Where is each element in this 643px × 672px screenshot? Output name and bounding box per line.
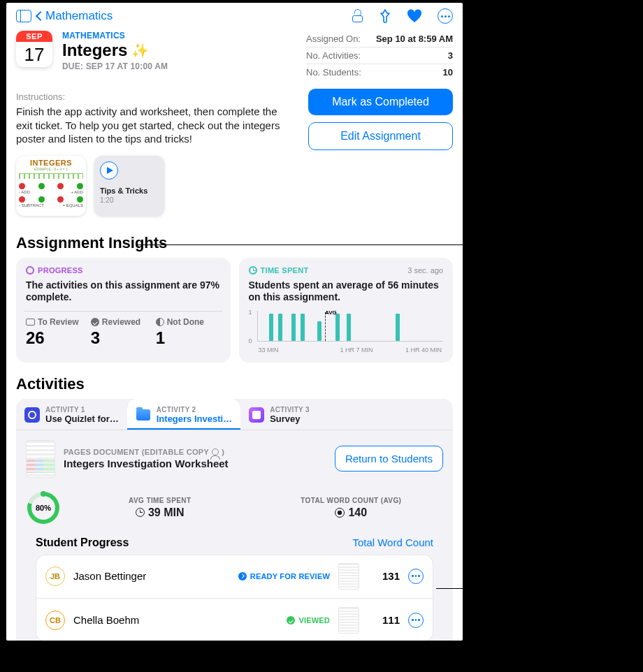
reviewed-value: 3 xyxy=(91,328,156,348)
checkmark-icon xyxy=(91,318,99,326)
title-text: Integers xyxy=(62,41,127,60)
not-done-value: 1 xyxy=(156,328,221,348)
mark-completed-button[interactable]: Mark as Completed xyxy=(308,89,453,115)
x-max: 1 HR 40 MIN xyxy=(405,346,442,353)
calendar-icon: SEP 17 xyxy=(16,31,52,67)
not-done-icon xyxy=(156,318,164,326)
attachment-poster[interactable]: INTEGERS EXAMPLE: -3 + 4 = 1 - ADD+ ADD … xyxy=(16,156,86,216)
row-more-button[interactable] xyxy=(408,569,424,584)
tab2-title: Integers Investi… xyxy=(157,414,232,424)
time-spent-card[interactable]: 3 sec. ago TIME SPENT Students spent an … xyxy=(239,258,454,363)
meta-assigned-value: Sep 10 at 8:59 AM xyxy=(376,34,453,44)
document-title: Integers Investigation Worksheet xyxy=(64,458,326,469)
not-done-label: Not Done xyxy=(167,317,204,327)
tab3-title: Survey xyxy=(270,414,310,424)
edit-assignment-button[interactable]: Edit Assignment xyxy=(308,122,453,150)
y-max: 1 xyxy=(249,309,252,316)
sidebar-toggle-icon[interactable] xyxy=(16,10,31,22)
clock-icon xyxy=(249,266,257,275)
total-word-count-link[interactable]: Total Word Count xyxy=(352,536,433,548)
wordcount-value: 140 xyxy=(348,506,367,519)
document-kicker: PAGES DOCUMENT (EDITABLE COPY ) xyxy=(64,448,326,456)
back-button[interactable]: Mathematics xyxy=(37,9,113,23)
activities-heading: Activities xyxy=(16,375,453,393)
assignment-meta: Assigned On:Sep 10 at 8:59 AM No. Activi… xyxy=(306,31,453,80)
avg-label: AVG xyxy=(325,309,337,316)
row-more-button[interactable] xyxy=(408,613,424,628)
meta-activities-label: No. Activities: xyxy=(306,50,361,61)
time-badge: TIME SPENT xyxy=(249,266,408,275)
tab-activity-3[interactable]: ACTIVITY 3Survey xyxy=(240,399,318,430)
progress-badge: PROGRESS xyxy=(26,266,221,275)
quizlet-icon xyxy=(24,407,40,423)
target-icon xyxy=(26,266,34,275)
progress-card[interactable]: PROGRESS The activities on this assignme… xyxy=(16,258,231,363)
avatar: CB xyxy=(45,611,65,630)
meta-assigned-label: Assigned On: xyxy=(306,34,361,44)
tab1-kicker: ACTIVITY 1 xyxy=(45,406,119,414)
activity-tabs: ACTIVITY 1Use Quizlet for… ACTIVITY 2Int… xyxy=(16,399,453,430)
more-icon[interactable] xyxy=(438,8,453,24)
meta-students-label: No. Students: xyxy=(306,67,361,78)
student-progress-heading: Student Progress xyxy=(36,536,129,549)
student-name: Chella Boehm xyxy=(73,614,278,626)
rosette-icon xyxy=(335,508,345,518)
word-count: 111 xyxy=(368,614,400,626)
insights-heading: Assignment Insights xyxy=(16,234,453,252)
to-review-value: 26 xyxy=(26,328,91,348)
subject-eyebrow: MATHEMATICS xyxy=(62,31,296,41)
inbox-icon xyxy=(26,319,35,326)
ring-percent: 80% xyxy=(27,492,59,524)
progress-headline: The activities on this assignment are 97… xyxy=(26,279,221,304)
return-to-students-button[interactable]: Return to Students xyxy=(335,446,443,472)
progress-ring: 80% xyxy=(27,492,59,524)
lock-open-icon[interactable] xyxy=(352,10,363,22)
wordcount-label: TOTAL WORD COUNT (AVG) xyxy=(261,497,442,504)
tab-activity-2[interactable]: ACTIVITY 2Integers Investi… xyxy=(127,399,240,430)
time-chart: 1 0 AVG 33 MIN xyxy=(249,311,444,351)
y-min: 0 xyxy=(249,337,252,344)
play-icon[interactable] xyxy=(100,161,118,180)
folder-icon xyxy=(136,407,151,423)
student-row[interactable]: JB Jason Bettinger READY FOR REVIEW 131 xyxy=(36,555,433,599)
assignment-title: Integers ✨ xyxy=(62,41,296,60)
viewed-icon xyxy=(287,616,295,624)
word-count: 131 xyxy=(368,570,400,582)
document-thumbnail[interactable] xyxy=(26,440,55,478)
to-review-label: To Review xyxy=(38,317,78,327)
tab3-kicker: ACTIVITY 3 xyxy=(270,406,310,414)
tab1-title: Use Quizlet for… xyxy=(45,414,119,424)
poster-title: INTEGERS xyxy=(19,159,83,167)
submission-thumbnail[interactable] xyxy=(338,607,359,634)
student-progress-list: JB Jason Bettinger READY FOR REVIEW 131 … xyxy=(36,555,433,641)
student-row[interactable]: CB Chella Boehm VIEWED 111 xyxy=(36,599,433,641)
back-label: Mathematics xyxy=(45,9,113,23)
audio-duration: 1:20 xyxy=(100,196,159,204)
favorite-icon[interactable] xyxy=(407,9,422,23)
audio-title: Tips & Tricks xyxy=(100,187,159,195)
student-name: Jason Bettinger xyxy=(73,570,230,582)
time-badge-text: TIME SPENT xyxy=(261,266,309,275)
chevron-left-icon xyxy=(36,11,45,21)
avg-time-value: 39 MIN xyxy=(148,506,185,519)
tab-activity-1[interactable]: ACTIVITY 1Use Quizlet for… xyxy=(16,399,127,430)
progress-badge-text: PROGRESS xyxy=(38,266,83,275)
meta-activities-value: 3 xyxy=(448,50,453,61)
x-min: 33 MIN xyxy=(259,346,279,353)
tab2-kicker: ACTIVITY 2 xyxy=(157,406,232,414)
pin-icon[interactable] xyxy=(379,9,391,23)
meta-students-value: 10 xyxy=(443,67,453,78)
submission-thumbnail[interactable] xyxy=(338,563,359,590)
top-nav: Mathematics xyxy=(6,3,463,27)
clock-icon xyxy=(136,508,145,517)
app-window: Mathematics SEP 17 MATHEMATICS xyxy=(6,3,463,641)
ready-icon xyxy=(238,572,247,580)
status-ready: READY FOR REVIEW xyxy=(238,572,330,580)
person-icon xyxy=(212,448,219,455)
sparkles-icon: ✨ xyxy=(131,42,149,59)
attachment-audio[interactable]: Tips & Tricks 1:20 xyxy=(94,156,164,216)
activities-panel: ACTIVITY 1Use Quizlet for… ACTIVITY 2Int… xyxy=(16,399,453,641)
calendar-month: SEP xyxy=(16,31,52,42)
callout-line xyxy=(436,588,639,589)
status-viewed: VIEWED xyxy=(287,616,330,624)
